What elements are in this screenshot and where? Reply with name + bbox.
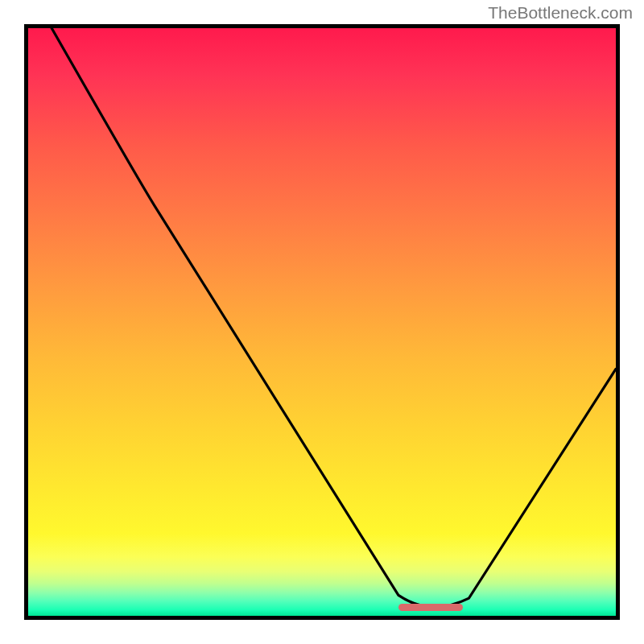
chart-frame bbox=[24, 24, 620, 620]
optimal-range-marker bbox=[398, 604, 463, 611]
bottleneck-curve bbox=[28, 28, 616, 616]
attribution-text: TheBottleneck.com bbox=[488, 3, 633, 23]
